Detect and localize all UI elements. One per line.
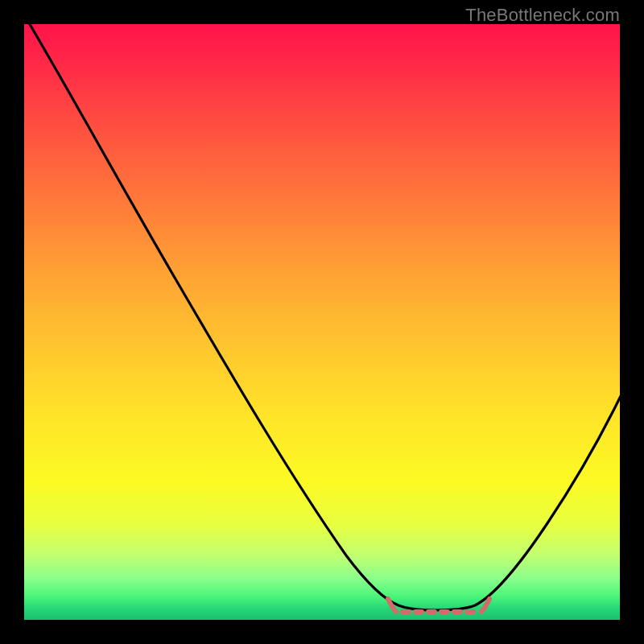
bottleneck-curve [24,24,620,620]
attribution-watermark: TheBottleneck.com [465,5,620,26]
chart-frame: TheBottleneck.com [0,0,644,644]
bottleneck-curve-main-stroke [27,20,621,610]
